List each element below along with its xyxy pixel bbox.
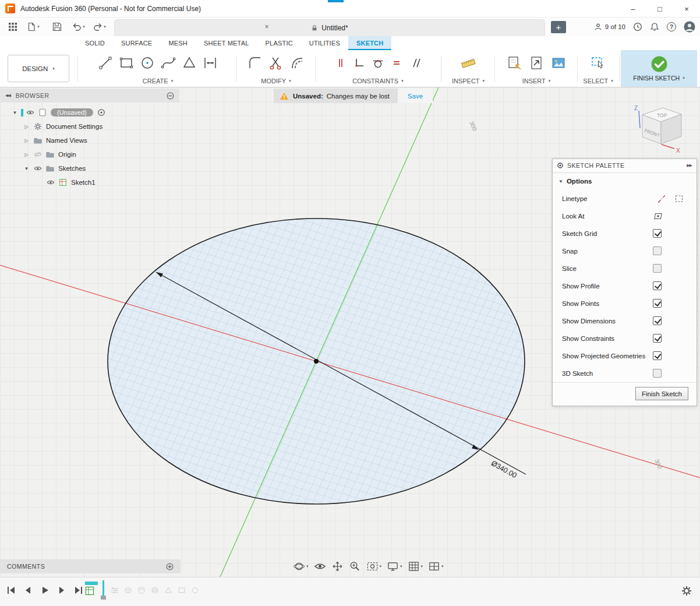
- browser-item-origin[interactable]: ▷ Origin: [0, 147, 179, 161]
- redo-button[interactable]: ▾: [91, 20, 108, 34]
- timeline-marker-grip[interactable]: [101, 596, 106, 600]
- constraints-dropdown[interactable]: CONSTRAINTS▾: [352, 75, 403, 87]
- modify-dropdown[interactable]: MODIFY▾: [261, 75, 291, 87]
- show-constraints-checkbox[interactable]: [653, 334, 662, 343]
- tab-close-button[interactable]: ×: [262, 23, 271, 31]
- timeline-play-button[interactable]: [40, 585, 50, 596]
- browser-root-item[interactable]: ▼ (Unsaved): [0, 105, 179, 119]
- show-profile-checkbox[interactable]: [653, 281, 662, 290]
- inspect-dropdown[interactable]: INSPECT▾: [452, 75, 485, 87]
- sketch-grid-checkbox[interactable]: [653, 229, 662, 238]
- visibility-eye-icon[interactable]: [47, 178, 55, 186]
- circle-tool-icon[interactable]: [140, 55, 155, 71]
- minimize-button[interactable]: –: [620, 0, 646, 17]
- tree-collapsed-icon[interactable]: ▷: [23, 138, 30, 143]
- viewports-button[interactable]: ▾: [426, 561, 446, 572]
- 3d-sketch-checkbox[interactable]: [653, 369, 662, 378]
- document-tab[interactable]: Untitled*: [114, 19, 545, 36]
- spline-tool-icon[interactable]: [161, 55, 176, 71]
- look-at-button[interactable]: [312, 561, 328, 572]
- undo-button[interactable]: ▾: [70, 20, 87, 34]
- tree-expanded-icon[interactable]: ▼: [23, 166, 30, 171]
- account-avatar[interactable]: [684, 21, 695, 33]
- ribbon-tab-sketch[interactable]: SKETCH: [348, 36, 391, 50]
- line-tool-icon[interactable]: [98, 55, 113, 71]
- rectangle-tool-icon[interactable]: [119, 55, 134, 71]
- tree-collapsed-icon[interactable]: ▷: [23, 152, 30, 157]
- ribbon-tab-utilities[interactable]: UTILITIES: [301, 36, 348, 50]
- save-button[interactable]: [50, 20, 64, 34]
- tree-expanded-icon[interactable]: ▼: [12, 110, 18, 115]
- show-projected-geometries-checkbox[interactable]: [653, 351, 662, 360]
- browser-item-sketch1[interactable]: Sketch1: [0, 175, 179, 189]
- options-section-header[interactable]: ▼ Options: [553, 173, 697, 190]
- create-dropdown[interactable]: CREATE▾: [143, 75, 173, 87]
- fillet-tool-icon[interactable]: [248, 55, 263, 71]
- fit-button[interactable]: ▾: [365, 561, 384, 572]
- insert-image-icon[interactable]: [551, 55, 566, 71]
- grid-snaps-button[interactable]: ▾: [406, 561, 425, 572]
- ribbon-tab-solid[interactable]: SOLID: [77, 36, 113, 50]
- coincident-constraint-icon[interactable]: [335, 57, 347, 69]
- trim-tool-icon[interactable]: [268, 55, 284, 71]
- timeline-go-to-start-button[interactable]: [6, 585, 16, 596]
- equal-constraint-icon[interactable]: [391, 57, 402, 69]
- tree-collapsed-icon[interactable]: ▷: [23, 124, 30, 129]
- dimension-tool-icon[interactable]: [203, 55, 218, 71]
- show-points-checkbox[interactable]: [653, 299, 662, 308]
- insert-canvas-icon[interactable]: [529, 55, 544, 71]
- select-tool-icon[interactable]: [591, 55, 606, 71]
- browser-item-sketches[interactable]: ▼ Sketches: [0, 161, 179, 175]
- notifications-button[interactable]: [650, 22, 659, 31]
- viewport-canvas[interactable]: 300 300 Ø340.00 Z X TOP FRONT ◀◀: [0, 87, 700, 577]
- timeline-position-marker[interactable]: [101, 580, 107, 600]
- browser-collapse-icon[interactable]: ◀◀: [5, 93, 10, 98]
- palette-collapse-icon[interactable]: ▶▶: [687, 163, 692, 168]
- tangent-constraint-icon[interactable]: [372, 57, 384, 69]
- circle-center-point[interactable]: [314, 359, 319, 364]
- app-launcher-icon[interactable]: [6, 20, 20, 34]
- polygon-tool-icon[interactable]: [182, 55, 197, 71]
- pan-button[interactable]: [330, 561, 345, 572]
- target-icon[interactable]: [97, 108, 105, 117]
- finish-sketch-palette-button[interactable]: Finish Sketch: [635, 387, 688, 400]
- show-dimensions-checkbox[interactable]: [653, 316, 662, 325]
- centerline-icon[interactable]: [657, 194, 667, 203]
- visibility-eye-icon[interactable]: [26, 108, 34, 117]
- insert-svg-icon[interactable]: [507, 55, 522, 71]
- visibility-off-icon[interactable]: [34, 150, 42, 158]
- browser-item-document-settings[interactable]: ▷ Document Settings: [0, 119, 179, 133]
- browser-minimize-icon[interactable]: [167, 92, 174, 100]
- close-button[interactable]: ×: [673, 0, 700, 17]
- history-clock-button[interactable]: [633, 22, 642, 31]
- comments-bar[interactable]: COMMENTS: [0, 559, 181, 573]
- ribbon-tab-surface[interactable]: SURFACE: [113, 36, 160, 50]
- construction-line-icon[interactable]: [674, 194, 684, 203]
- job-status-button[interactable]: 9 of 10: [594, 23, 625, 31]
- timeline-go-to-end-button[interactable]: [73, 585, 84, 596]
- save-link[interactable]: Save: [398, 89, 433, 103]
- document-name[interactable]: (Unsaved): [51, 108, 93, 117]
- ribbon-tab-sheet-metal[interactable]: SHEET METAL: [196, 36, 257, 50]
- slice-checkbox[interactable]: [653, 264, 662, 273]
- timeline-settings-gear-icon[interactable]: [681, 586, 692, 596]
- timeline-step-forward-button[interactable]: [56, 585, 67, 596]
- add-comment-icon[interactable]: [166, 563, 174, 570]
- timeline-sketch1-feature[interactable]: [85, 582, 98, 596]
- browser-item-named-views[interactable]: ▷ Named Views: [0, 133, 179, 147]
- snap-checkbox[interactable]: [653, 246, 662, 255]
- file-menu-button[interactable]: ▾: [24, 20, 42, 34]
- parallel-constraint-icon[interactable]: [409, 57, 421, 69]
- offset-tool-icon[interactable]: [289, 55, 305, 71]
- help-button[interactable]: ?: [667, 22, 676, 31]
- ribbon-tab-plastic[interactable]: PLASTIC: [257, 36, 301, 50]
- measure-tool-icon[interactable]: [461, 55, 476, 71]
- sketch-palette-header[interactable]: SKETCH PALETTE ▶▶: [553, 159, 697, 173]
- ribbon-tab-mesh[interactable]: MESH: [160, 36, 196, 50]
- maximize-button[interactable]: □: [646, 0, 673, 17]
- finish-sketch-button[interactable]: FINISH SKETCH▾: [621, 50, 697, 87]
- zoom-button[interactable]: [347, 561, 363, 572]
- insert-dropdown[interactable]: INSERT▾: [522, 75, 551, 87]
- display-settings-button[interactable]: ▾: [385, 561, 404, 572]
- horizontal-vertical-constraint-icon[interactable]: [353, 57, 365, 69]
